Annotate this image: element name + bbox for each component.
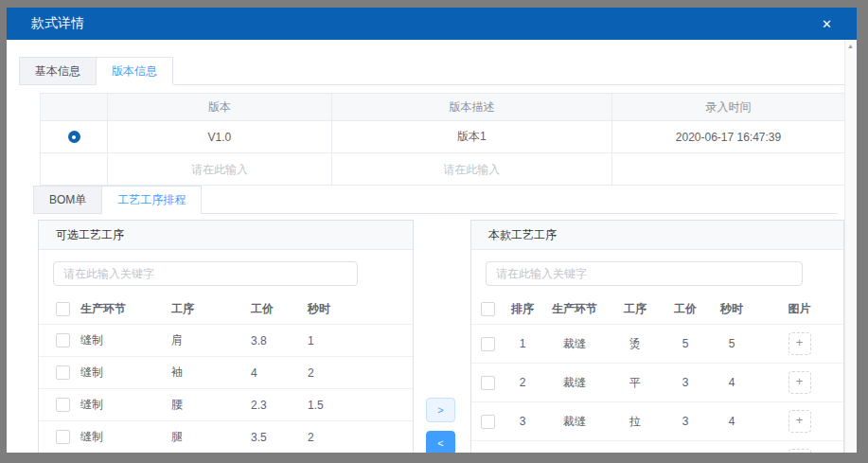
table-row: 3 裁缝 拉 3 4 + <box>471 401 843 440</box>
header-stage: 生产环节 <box>541 301 608 317</box>
cell-price: 2.3 <box>251 399 308 412</box>
cell-process: 腿 <box>171 429 251 445</box>
cell-desc: 版本1 <box>331 121 611 153</box>
cell-process: 肩头 <box>608 453 663 454</box>
header-order: 排序 <box>504 301 541 317</box>
cell-stage: 缝制 <box>80 365 171 381</box>
cell-stage: 裁缝 <box>541 453 608 454</box>
move-right-button[interactable]: > <box>426 398 455 422</box>
cell-price: 4 <box>251 366 308 380</box>
header-image: 图片 <box>755 301 843 317</box>
vertical-scrollbar[interactable]: ▲ <box>844 40 857 453</box>
table-row: 2 裁缝 平 3 4 + <box>471 363 843 401</box>
col-version: 版本 <box>108 94 332 121</box>
row-checkbox[interactable] <box>56 365 70 380</box>
header-price: 工价 <box>663 301 708 317</box>
header-process: 工序 <box>171 301 251 317</box>
cell-seconds: 2 <box>308 431 413 444</box>
cell-seconds: 5 <box>708 337 755 350</box>
modal-header: 款式详情 ✕ <box>7 8 857 40</box>
cell-process: 平 <box>608 375 663 391</box>
table-row: 缝制 腿 3.5 2 <box>39 420 413 453</box>
cell-process: 烫 <box>608 336 663 352</box>
select-all-checkbox[interactable] <box>56 302 70 316</box>
scroll-up-icon[interactable]: ▲ <box>847 43 854 49</box>
available-process-panel: 可选工艺工序 生产环节 工序 工价 秒时 缝制 肩 3.8 1 缝制 袖 4 <box>38 220 414 453</box>
select-all-checkbox[interactable] <box>481 302 495 316</box>
add-image-button[interactable]: + <box>788 371 811 394</box>
cell-stage: 缝制 <box>80 397 171 413</box>
row-checkbox[interactable] <box>56 333 70 347</box>
cell-seconds: 4 <box>708 415 755 428</box>
header-seconds: 秒时 <box>708 301 755 317</box>
cell-order: 2 <box>504 376 541 389</box>
cell-seconds: 2 <box>308 366 413 380</box>
version-radio-selected[interactable] <box>68 131 80 143</box>
cell-process: 袖 <box>171 365 251 381</box>
table-row: 1 裁缝 烫 5 5 + <box>471 324 843 363</box>
available-table-header: 生产环节 工序 工价 秒时 <box>39 294 413 324</box>
row-checkbox[interactable] <box>56 398 70 412</box>
tab-bom[interactable]: BOM单 <box>33 186 101 214</box>
selected-process-panel: 本款工艺工序 排序 生产环节 工序 工价 秒时 图片 1 裁缝 烫 5 5 + <box>470 220 844 453</box>
add-image-button[interactable]: + <box>788 410 811 433</box>
cell-order: 3 <box>504 415 541 428</box>
version-table-header-row: 版本 版本描述 录入时间 <box>41 94 845 121</box>
style-detail-modal: 款式详情 ✕ 基本信息 版本信息 版本 版本描述 录入时间 V1.0 版本1 2… <box>7 8 857 453</box>
cell-process: 肩 <box>171 332 251 348</box>
cell-price: 3.5 <box>251 431 308 444</box>
selected-panel-title: 本款工艺工序 <box>471 221 843 250</box>
table-row: 4 裁缝 肩头 2.5 1.5 + <box>471 440 843 453</box>
tab-version-info[interactable]: 版本信息 <box>96 57 173 85</box>
new-desc-input[interactable] <box>345 162 598 177</box>
cell-price: 3 <box>663 376 708 389</box>
header-process: 工序 <box>608 301 663 317</box>
modal-title: 款式详情 <box>31 15 84 32</box>
col-time: 录入时间 <box>612 94 845 121</box>
selected-table-header: 排序 生产环节 工序 工价 秒时 图片 <box>471 294 843 324</box>
new-version-input[interactable] <box>118 162 321 177</box>
close-icon[interactable]: ✕ <box>822 18 832 30</box>
available-panel-title: 可选工艺工序 <box>39 221 413 250</box>
cell-stage: 缝制 <box>80 429 171 445</box>
cell-stage: 裁缝 <box>541 336 608 352</box>
row-checkbox[interactable] <box>481 337 495 351</box>
table-row: 缝制 肩 3.8 1 <box>39 324 413 356</box>
cell-price: 5 <box>663 337 708 350</box>
col-desc: 版本描述 <box>331 94 611 121</box>
new-version-row <box>41 153 845 186</box>
cell-process: 拉 <box>608 414 663 430</box>
cell-price: 3 <box>663 415 708 428</box>
cell-time: 2020-06-17 16:47:39 <box>612 121 845 153</box>
cell-stage: 缝制 <box>80 332 171 348</box>
row-checkbox[interactable] <box>56 430 70 444</box>
header-price: 工价 <box>251 301 308 317</box>
cell-version: V1.0 <box>108 121 332 153</box>
main-tabbar: 基本信息 版本信息 <box>19 57 845 85</box>
version-table: 版本 版本描述 录入时间 V1.0 版本1 2020-06-17 16:47:3… <box>40 93 845 186</box>
page-background: 款式详情 ✕ 基本信息 版本信息 版本 版本描述 录入时间 V1.0 版本1 2… <box>0 0 868 463</box>
table-row: 缝制 腰 2.3 1.5 <box>39 388 413 420</box>
tab-process-schedule[interactable]: 工艺工序排程 <box>101 186 202 214</box>
cell-stage: 裁缝 <box>541 414 608 430</box>
version-row: V1.0 版本1 2020-06-17 16:47:39 <box>41 121 845 153</box>
add-image-button[interactable]: + <box>788 449 811 453</box>
selected-search-input[interactable] <box>486 261 803 286</box>
cell-seconds: 1 <box>308 334 413 347</box>
header-stage: 生产环节 <box>80 301 171 317</box>
available-search-input[interactable] <box>53 261 358 286</box>
add-image-button[interactable]: + <box>788 332 811 355</box>
row-checkbox[interactable] <box>481 376 495 390</box>
cell-seconds: 4 <box>708 376 755 389</box>
cell-order: 1 <box>504 337 541 350</box>
row-checkbox[interactable] <box>481 415 495 429</box>
detail-tabbar: BOM单 工艺工序排程 <box>33 186 838 214</box>
move-left-button[interactable]: < <box>426 431 455 453</box>
cell-price: 3.8 <box>251 334 308 347</box>
header-seconds: 秒时 <box>308 301 413 317</box>
tab-basic-info[interactable]: 基本信息 <box>19 57 96 85</box>
cell-seconds: 1.5 <box>308 399 413 412</box>
cell-stage: 裁缝 <box>541 375 608 391</box>
radio-column-header <box>41 94 108 121</box>
table-row: 缝制 袖 4 2 <box>39 356 413 388</box>
